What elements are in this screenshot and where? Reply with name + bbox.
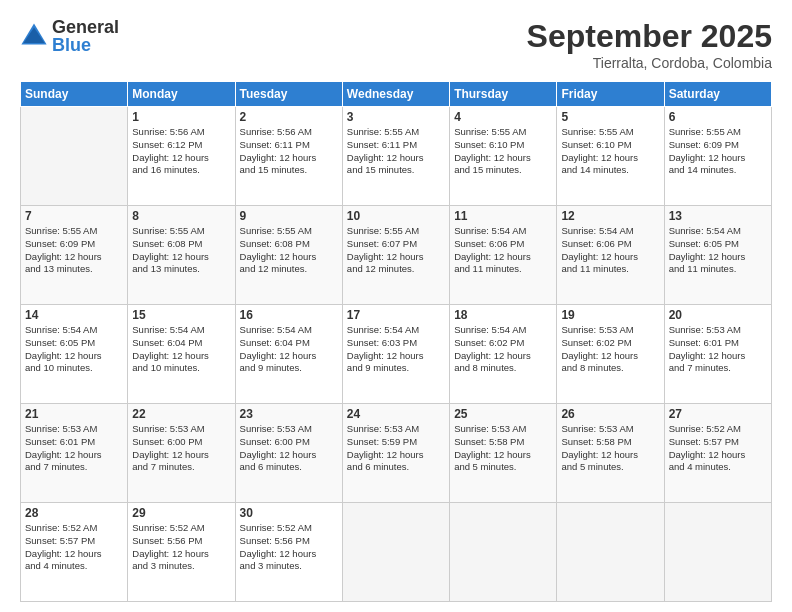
page: General Blue September 2025 Tierralta, C… [0, 0, 792, 612]
day-number: 24 [347, 407, 445, 421]
day-number: 11 [454, 209, 552, 223]
calendar-cell: 14Sunrise: 5:54 AMSunset: 6:05 PMDayligh… [21, 305, 128, 404]
calendar-cell: 4Sunrise: 5:55 AMSunset: 6:10 PMDaylight… [450, 107, 557, 206]
day-info: Sunrise: 5:53 AMSunset: 5:58 PMDaylight:… [561, 423, 659, 474]
calendar-cell: 13Sunrise: 5:54 AMSunset: 6:05 PMDayligh… [664, 206, 771, 305]
day-header: Wednesday [342, 82, 449, 107]
day-number: 28 [25, 506, 123, 520]
calendar-cell: 3Sunrise: 5:55 AMSunset: 6:11 PMDaylight… [342, 107, 449, 206]
day-number: 13 [669, 209, 767, 223]
day-info: Sunrise: 5:55 AMSunset: 6:11 PMDaylight:… [347, 126, 445, 177]
calendar-cell [450, 503, 557, 602]
day-info: Sunrise: 5:52 AMSunset: 5:56 PMDaylight:… [132, 522, 230, 573]
calendar-header-row: SundayMondayTuesdayWednesdayThursdayFrid… [21, 82, 772, 107]
day-info: Sunrise: 5:53 AMSunset: 5:58 PMDaylight:… [454, 423, 552, 474]
calendar-cell: 9Sunrise: 5:55 AMSunset: 6:08 PMDaylight… [235, 206, 342, 305]
day-info: Sunrise: 5:53 AMSunset: 6:02 PMDaylight:… [561, 324, 659, 375]
logo-text: General Blue [52, 18, 119, 54]
day-info: Sunrise: 5:56 AMSunset: 6:12 PMDaylight:… [132, 126, 230, 177]
day-info: Sunrise: 5:53 AMSunset: 6:01 PMDaylight:… [669, 324, 767, 375]
day-number: 27 [669, 407, 767, 421]
day-info: Sunrise: 5:55 AMSunset: 6:07 PMDaylight:… [347, 225, 445, 276]
location: Tierralta, Cordoba, Colombia [527, 55, 772, 71]
day-info: Sunrise: 5:52 AMSunset: 5:57 PMDaylight:… [669, 423, 767, 474]
day-header: Thursday [450, 82, 557, 107]
calendar-cell: 15Sunrise: 5:54 AMSunset: 6:04 PMDayligh… [128, 305, 235, 404]
week-row: 28Sunrise: 5:52 AMSunset: 5:57 PMDayligh… [21, 503, 772, 602]
calendar-cell: 30Sunrise: 5:52 AMSunset: 5:56 PMDayligh… [235, 503, 342, 602]
day-info: Sunrise: 5:52 AMSunset: 5:57 PMDaylight:… [25, 522, 123, 573]
week-row: 14Sunrise: 5:54 AMSunset: 6:05 PMDayligh… [21, 305, 772, 404]
calendar-cell: 29Sunrise: 5:52 AMSunset: 5:56 PMDayligh… [128, 503, 235, 602]
day-info: Sunrise: 5:55 AMSunset: 6:10 PMDaylight:… [454, 126, 552, 177]
day-header: Saturday [664, 82, 771, 107]
day-header: Sunday [21, 82, 128, 107]
header: General Blue September 2025 Tierralta, C… [20, 18, 772, 71]
calendar-cell [21, 107, 128, 206]
calendar-cell: 26Sunrise: 5:53 AMSunset: 5:58 PMDayligh… [557, 404, 664, 503]
day-number: 21 [25, 407, 123, 421]
logo-blue: Blue [52, 36, 119, 54]
day-number: 7 [25, 209, 123, 223]
day-info: Sunrise: 5:52 AMSunset: 5:56 PMDaylight:… [240, 522, 338, 573]
day-info: Sunrise: 5:55 AMSunset: 6:08 PMDaylight:… [132, 225, 230, 276]
day-info: Sunrise: 5:53 AMSunset: 6:00 PMDaylight:… [132, 423, 230, 474]
day-number: 10 [347, 209, 445, 223]
calendar-cell: 7Sunrise: 5:55 AMSunset: 6:09 PMDaylight… [21, 206, 128, 305]
logo-general: General [52, 18, 119, 36]
day-header: Monday [128, 82, 235, 107]
day-info: Sunrise: 5:55 AMSunset: 6:09 PMDaylight:… [669, 126, 767, 177]
day-number: 26 [561, 407, 659, 421]
calendar-cell: 10Sunrise: 5:55 AMSunset: 6:07 PMDayligh… [342, 206, 449, 305]
day-info: Sunrise: 5:53 AMSunset: 6:00 PMDaylight:… [240, 423, 338, 474]
day-number: 25 [454, 407, 552, 421]
calendar-cell: 21Sunrise: 5:53 AMSunset: 6:01 PMDayligh… [21, 404, 128, 503]
day-info: Sunrise: 5:54 AMSunset: 6:03 PMDaylight:… [347, 324, 445, 375]
day-info: Sunrise: 5:55 AMSunset: 6:08 PMDaylight:… [240, 225, 338, 276]
day-info: Sunrise: 5:53 AMSunset: 5:59 PMDaylight:… [347, 423, 445, 474]
day-number: 20 [669, 308, 767, 322]
calendar-cell: 12Sunrise: 5:54 AMSunset: 6:06 PMDayligh… [557, 206, 664, 305]
calendar-cell: 18Sunrise: 5:54 AMSunset: 6:02 PMDayligh… [450, 305, 557, 404]
calendar-cell [342, 503, 449, 602]
day-header: Friday [557, 82, 664, 107]
day-number: 18 [454, 308, 552, 322]
calendar-cell [557, 503, 664, 602]
day-number: 1 [132, 110, 230, 124]
day-number: 17 [347, 308, 445, 322]
day-number: 19 [561, 308, 659, 322]
calendar-cell: 11Sunrise: 5:54 AMSunset: 6:06 PMDayligh… [450, 206, 557, 305]
day-number: 29 [132, 506, 230, 520]
calendar-cell: 22Sunrise: 5:53 AMSunset: 6:00 PMDayligh… [128, 404, 235, 503]
day-info: Sunrise: 5:55 AMSunset: 6:10 PMDaylight:… [561, 126, 659, 177]
week-row: 21Sunrise: 5:53 AMSunset: 6:01 PMDayligh… [21, 404, 772, 503]
calendar-cell: 24Sunrise: 5:53 AMSunset: 5:59 PMDayligh… [342, 404, 449, 503]
svg-marker-1 [24, 28, 45, 43]
day-info: Sunrise: 5:54 AMSunset: 6:06 PMDaylight:… [561, 225, 659, 276]
calendar-cell: 16Sunrise: 5:54 AMSunset: 6:04 PMDayligh… [235, 305, 342, 404]
day-number: 8 [132, 209, 230, 223]
day-number: 9 [240, 209, 338, 223]
day-number: 30 [240, 506, 338, 520]
day-number: 14 [25, 308, 123, 322]
logo: General Blue [20, 18, 119, 54]
calendar-cell: 17Sunrise: 5:54 AMSunset: 6:03 PMDayligh… [342, 305, 449, 404]
day-info: Sunrise: 5:55 AMSunset: 6:09 PMDaylight:… [25, 225, 123, 276]
day-number: 5 [561, 110, 659, 124]
title-block: September 2025 Tierralta, Cordoba, Colom… [527, 18, 772, 71]
day-info: Sunrise: 5:54 AMSunset: 6:05 PMDaylight:… [25, 324, 123, 375]
day-info: Sunrise: 5:54 AMSunset: 6:04 PMDaylight:… [240, 324, 338, 375]
day-number: 2 [240, 110, 338, 124]
week-row: 7Sunrise: 5:55 AMSunset: 6:09 PMDaylight… [21, 206, 772, 305]
day-info: Sunrise: 5:54 AMSunset: 6:02 PMDaylight:… [454, 324, 552, 375]
day-number: 16 [240, 308, 338, 322]
day-info: Sunrise: 5:54 AMSunset: 6:04 PMDaylight:… [132, 324, 230, 375]
calendar-cell: 1Sunrise: 5:56 AMSunset: 6:12 PMDaylight… [128, 107, 235, 206]
day-header: Tuesday [235, 82, 342, 107]
day-number: 15 [132, 308, 230, 322]
day-number: 6 [669, 110, 767, 124]
calendar-cell: 20Sunrise: 5:53 AMSunset: 6:01 PMDayligh… [664, 305, 771, 404]
day-info: Sunrise: 5:56 AMSunset: 6:11 PMDaylight:… [240, 126, 338, 177]
month-title: September 2025 [527, 18, 772, 55]
day-number: 23 [240, 407, 338, 421]
